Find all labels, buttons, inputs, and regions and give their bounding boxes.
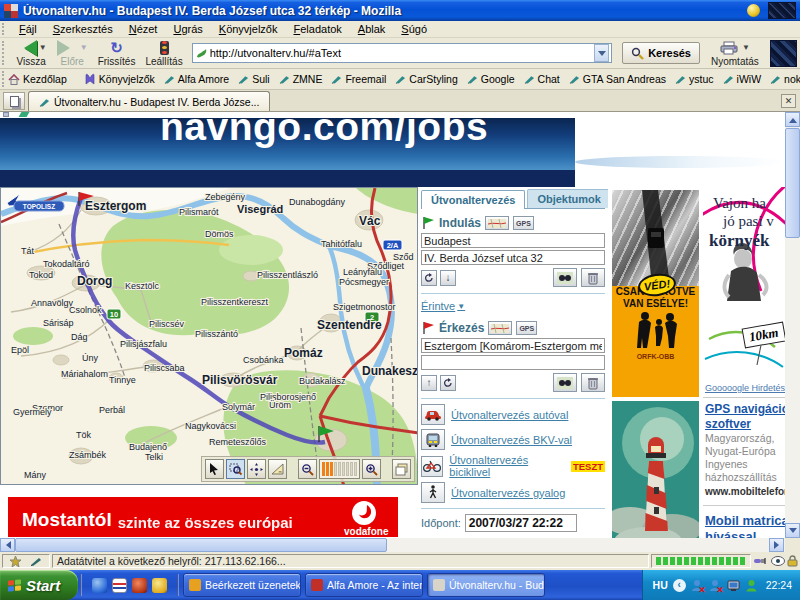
tab-utvonaltervezes[interactable]: Útvonaltervezés <box>421 190 525 209</box>
composer-pen-icon[interactable] <box>30 556 42 566</box>
bookmark-item-5[interactable]: Google <box>467 73 515 85</box>
end-map-button[interactable] <box>488 321 512 335</box>
mobil-ad-link[interactable]: Mobil matrica <box>705 513 785 529</box>
url-dropdown-button[interactable] <box>594 44 609 62</box>
forward-dropdown-caret[interactable]: ▼ <box>80 43 88 52</box>
start-map-button[interactable] <box>485 216 509 230</box>
start-delete-button[interactable] <box>581 268 605 287</box>
scroll-up-button[interactable] <box>785 112 800 127</box>
scroll-down-button[interactable] <box>785 523 800 538</box>
toolbar-grippy[interactable] <box>2 41 7 65</box>
map-tool-measure[interactable]: m <box>268 459 287 479</box>
throbber-icon[interactable] <box>770 40 797 67</box>
start-search-button[interactable] <box>553 268 577 287</box>
map-tool-zoom-out[interactable] <box>298 459 317 479</box>
tray-messenger-offline-icon[interactable]: ✕ <box>691 579 704 592</box>
menu-item-1[interactable]: Szerkesztés <box>45 22 121 36</box>
end-address-input[interactable] <box>421 355 605 370</box>
cookie-eye-icon[interactable] <box>771 556 785 566</box>
tray-messenger-offline-icon[interactable]: ✕ <box>709 579 722 592</box>
toolbar-grippy[interactable] <box>2 71 4 87</box>
stop-button[interactable]: Leállítás <box>140 39 187 68</box>
ad-seatbelt[interactable]: VÉD! CSAK BEKÖTVE VAN ESÉLYE! ORFK-OBB <box>612 190 699 397</box>
toolbar-grippy[interactable] <box>2 23 7 36</box>
taskbar-task-0[interactable]: Beérkezett üzenetek ... <box>183 573 301 597</box>
map-canvas[interactable]: 1022/A EsztergomPilismarótTátTokodaltáró… <box>0 187 418 485</box>
clock[interactable]: 22:24 <box>766 579 792 591</box>
tray-chevron-icon[interactable]: ‹ <box>673 579 686 592</box>
end-delete-button[interactable] <box>581 373 605 392</box>
ad-dating-column[interactable]: Vajon ha jó pasi v környék 10km Gooooogl… <box>703 187 785 552</box>
menu-item-4[interactable]: Könyvjelzők <box>211 22 286 36</box>
route-link-walk[interactable]: Útvonaltervezés gyalog <box>451 487 565 499</box>
bookmark-item-4[interactable]: CarStyling <box>395 73 457 85</box>
taskbar-task-1[interactable]: Alfa Amore - Az inter... <box>305 573 423 597</box>
language-indicator[interactable]: HU <box>653 579 668 591</box>
forward-button[interactable]: ▼ Előre <box>52 39 93 68</box>
menu-item-6[interactable]: Ablak <box>350 22 394 36</box>
end-move-up-button[interactable]: ↑ <box>421 375 437 391</box>
navngo-banner[interactable]: navngo.com/jobs <box>0 118 575 170</box>
bookmark-item-3[interactable]: Freemail <box>331 73 386 85</box>
quick-launch-browser-icon[interactable] <box>92 578 107 593</box>
end-swap-button[interactable] <box>440 375 456 391</box>
print-button[interactable]: ▼ Nyomtatás <box>706 39 764 68</box>
bookmark-item-0[interactable]: Alfa Amore <box>164 73 229 85</box>
start-gps-button[interactable]: GPS <box>513 216 534 230</box>
url-bar[interactable] <box>192 43 613 63</box>
end-search-button[interactable] <box>553 373 577 392</box>
ad-gps-software[interactable]: GPS navigáció szoftver Magyarország,Nyug… <box>705 402 785 497</box>
tab-close-button[interactable]: ✕ <box>781 94 796 108</box>
route-link-car[interactable]: Útvonaltervezés autóval <box>451 409 568 421</box>
tab-objektumok[interactable]: Objektumok <box>527 189 608 208</box>
search-button[interactable]: Keresés <box>622 42 700 64</box>
menu-item-3[interactable]: Ugrás <box>165 22 210 36</box>
menu-item-0[interactable]: Fájl <box>11 22 45 36</box>
map-tool-cursor[interactable] <box>205 459 224 479</box>
scroll-right-button[interactable] <box>769 538 784 552</box>
via-link[interactable]: Érintve▼ <box>421 300 465 312</box>
start-button[interactable]: Start <box>0 570 78 600</box>
tray-icq-icon[interactable] <box>745 579 758 592</box>
reload-button[interactable]: ↻ Frissítés <box>93 39 141 68</box>
quick-launch-winamp-icon[interactable] <box>132 578 147 593</box>
horizontal-scroll-thumb[interactable] <box>15 538 387 552</box>
bookmarks-manage-button[interactable]: Könyvjelzők <box>84 73 155 85</box>
route-car-icon-button[interactable] <box>421 404 445 425</box>
map-tool-zoom-select[interactable] <box>226 459 245 479</box>
route-bus-icon-button[interactable] <box>421 429 445 450</box>
time-input[interactable]: 2007/03/27 22:22 <box>465 514 577 532</box>
bookmark-item-7[interactable]: GTA San Andreas <box>569 73 666 85</box>
bookmark-item-2[interactable]: ZMNE <box>279 73 323 85</box>
window-titlebar[interactable]: Útvonalterv.hu - Budapest IV. Berda Józs… <box>0 0 800 21</box>
bookmark-item-1[interactable]: Suli <box>238 73 270 85</box>
menu-item-7[interactable]: Súgó <box>393 22 435 36</box>
start-address-input[interactable] <box>421 250 605 265</box>
navigator-icon[interactable] <box>10 556 21 567</box>
end-city-input[interactable] <box>421 338 605 353</box>
bookmark-item-6[interactable]: Chat <box>524 73 560 85</box>
back-dropdown-caret[interactable]: ▼ <box>39 43 47 52</box>
ad-vodafone-banner[interactable]: Mostantól szinte az összes európai vodaf… <box>8 497 398 537</box>
ad-lighthouse[interactable] <box>612 401 699 552</box>
taskbar-task-2[interactable]: Útvonalterv.hu - Bud... <box>427 573 545 597</box>
map-tool-pan[interactable] <box>247 459 266 479</box>
route-link-bike[interactable]: Útvonaltervezés biciklivel <box>449 454 563 478</box>
tray-network-icon[interactable] <box>727 579 740 592</box>
quick-launch-messenger-icon[interactable] <box>152 578 167 593</box>
end-gps-button[interactable]: GPS <box>516 321 537 335</box>
start-move-down-button[interactable]: ↓ <box>440 270 456 286</box>
home-button[interactable]: Kezdőlap <box>8 73 67 85</box>
vertical-scroll-thumb[interactable] <box>785 128 800 238</box>
window-button[interactable] <box>747 4 760 17</box>
bookmark-item-10[interactable]: nokia.lapja.hu <box>770 73 800 85</box>
map-tool-layers[interactable] <box>392 459 411 479</box>
bookmark-item-8[interactable]: ystuc <box>675 73 714 85</box>
print-dropdown-caret[interactable]: ▼ <box>742 43 750 52</box>
tab-utvonalterv[interactable]: Útvonalterv.hu - Budapest IV. Berda Józs… <box>28 91 270 111</box>
gps-ad-title-link[interactable]: szoftver <box>705 417 785 432</box>
gps-ad-title-link[interactable]: GPS navigáció <box>705 402 785 417</box>
online-plug-icon[interactable] <box>753 555 769 567</box>
security-lock-icon[interactable] <box>787 555 798 567</box>
menu-item-2[interactable]: Nézet <box>121 22 166 36</box>
